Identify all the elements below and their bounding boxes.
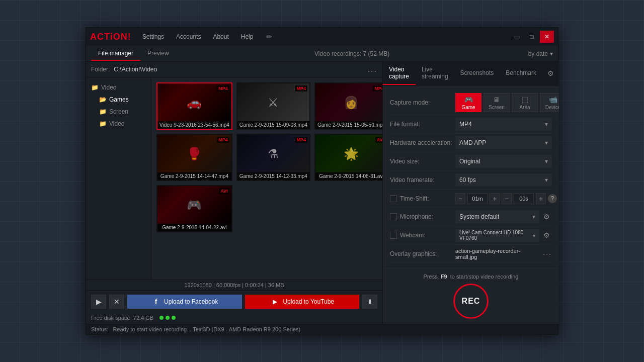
controls-bar: ▶ ✕ f Upload to Facebook ▶ Upload to You… [86,290,382,313]
accounts-menu[interactable]: Accounts [171,31,206,42]
mode-area-button[interactable]: ⬚ Area [512,93,538,112]
help-menu[interactable]: Help [236,31,259,42]
settings-gear-icon[interactable]: ⚙ [542,65,559,81]
file-grid: 🚗 MP4 Video 9-23-2016 23-54-56.mp4 ⚔ MP4… [151,77,382,280]
folder-more-button[interactable]: ... [368,65,377,74]
minimize-button[interactable]: — [510,31,524,43]
webcam-checkbox[interactable] [390,232,397,239]
disk-value: 72.4 GB [133,315,153,321]
file-thumb-2[interactable]: ⚔ MP4 Game 2-9-2015 15-09-03.mp4 [236,82,310,130]
tree-item-video2[interactable]: 📁 Video [94,118,151,130]
title-nav: Settings Accounts About Help [137,31,259,42]
file-thumb-1[interactable]: 🚗 MP4 Video 9-23-2016 23-54-56.mp4 [156,82,232,130]
window-controls: — □ ✕ [510,31,554,43]
sort-button[interactable]: by date ▾ [528,50,553,57]
timeshift-sec-minus[interactable]: − [502,193,512,204]
tab-video-capture[interactable]: Video capture [383,62,416,85]
file-thumb-4[interactable]: 🥊 MP4 Game 2-9-2015 14-14-47.mp4 [156,134,232,181]
main-tab-bar: File manager Preview Video recordings: 7… [86,46,558,62]
file-format-select[interactable]: MP4 [455,118,552,131]
mode-screen-button[interactable]: 🖥 Screen [484,93,510,112]
webcam-gear-icon[interactable]: ⚙ [541,231,552,239]
rec-button[interactable]: REC [453,284,489,319]
screen-mode-label: Screen [489,105,505,110]
upload-youtube-button[interactable]: ▶ Upload to YouTube [245,295,360,309]
video-size-select[interactable]: Original [455,155,552,168]
timeshift-min-value: 01m [467,193,488,204]
folder-icon: 📁 [91,84,98,91]
hw-accel-value: AMD APP [455,136,552,149]
file-thumb-7[interactable]: 🎮 AVI Game 2-9-2015 14-04-22.avi [156,185,232,232]
sort-label: by date [528,50,548,57]
microphone-label: Microphone: [400,213,433,220]
overlay-more-button[interactable]: ··· [543,250,552,258]
screen-mode-icon: 🖥 [493,96,500,104]
thumb-image: 🥊 MP4 [157,135,231,172]
content-area: 📁 Video 📂 Games 📁 Screen [86,77,382,280]
tab-file-manager[interactable]: File manager [91,47,140,61]
maximize-button[interactable]: □ [525,31,539,43]
tab-screenshots[interactable]: Screenshots [454,65,500,81]
timeshift-sec-plus[interactable]: + [536,193,546,204]
play-button[interactable]: ▶ [91,295,106,309]
timeshift-min-plus[interactable]: + [490,193,500,204]
settings-menu[interactable]: Settings [137,31,169,42]
video-framerate-select[interactable]: 60 fps [455,173,552,187]
hotkey-badge: F9 [441,274,447,280]
file-thumb-6[interactable]: 🌟 AVI Game 2-9-2015 14-08-31.avi [314,134,382,181]
dot-green2 [166,316,170,320]
upload-facebook-button[interactable]: f Upload to Facebook [127,295,242,309]
right-tab-bar: Video capture Live streaming Screenshots… [383,62,559,85]
webcam-checkbox-label[interactable]: Webcam: [390,232,455,239]
mode-game-button[interactable]: 🎮 Game [455,93,481,112]
folder-open-icon: 📂 [99,96,106,103]
right-panel: Video capture Live streaming Screenshots… [383,62,559,324]
microphone-checkbox[interactable] [390,213,397,220]
sort-chevron-icon: ▾ [550,50,553,57]
webcam-selected: Live! Cam Connect HD 1080 VF0760 [459,230,533,241]
hw-accel-select[interactable]: AMD APP [455,136,552,149]
tab-preview[interactable]: Preview [140,47,176,61]
tab-benchmark[interactable]: Benchmark [500,65,542,81]
microphone-gear-icon[interactable]: ⚙ [541,213,552,221]
overlay-label: Overlay graphics: [390,250,455,257]
timeshift-checkbox[interactable] [390,195,397,202]
overlay-filename: action-gameplay-recorder-small.jpg [455,248,541,260]
tree-item-video[interactable]: 📁 Video [86,81,151,94]
upload-more-button[interactable]: ⬇ [362,295,377,309]
disk-indicator [159,316,176,320]
tab-live-streaming[interactable]: Live streaming [416,62,454,85]
about-menu[interactable]: About [208,31,233,42]
thumb-image: 🌟 AVI [315,135,382,172]
press-text: Press [424,274,438,280]
facebook-icon: f [151,297,161,307]
microphone-label-wrap: Microphone: [390,213,455,220]
thumb-image: ⚗ MP4 [237,135,309,172]
folder-path: C:\Action!\Video [114,66,157,73]
recordings-info: Video recordings: 7 (52 MB) [176,50,528,57]
timeshift-controls: − 01m + − 00s + ? [455,193,557,204]
tree-label-video: Video [101,84,116,91]
delete-button[interactable]: ✕ [109,295,124,309]
disk-info: Free disk space 72.4 GB [86,313,382,324]
tree-item-games[interactable]: 📂 Games [94,94,151,106]
microphone-select[interactable]: System default [455,210,539,223]
dot-green [159,316,164,320]
video-size-selected: Original [459,158,480,165]
mode-device-button[interactable]: 📹 Device [540,93,559,112]
thumb-image: 👩 MP4 [315,83,382,121]
app-logo: ACTiON! [90,32,131,42]
microphone-checkbox-label[interactable]: Microphone: [390,213,455,220]
file-thumb-5[interactable]: ⚗ MP4 Game 2-9-2015 14-12-33.mp4 [236,134,310,181]
tree-label-games: Games [109,96,129,103]
file-thumb-3[interactable]: 👩 MP4 Game 2-9-2015 15-05-50.mp4 [314,82,382,130]
tree-item-screen[interactable]: 📁 Screen [94,106,151,118]
pen-icon[interactable]: ✏ [266,33,272,41]
close-button[interactable]: ✕ [540,31,554,43]
timeshift-checkbox-label[interactable]: Time-Shift: [390,195,455,202]
folder-bar: Folder: C:\Action!\Video ... [86,62,382,77]
webcam-select[interactable]: Live! Cam Connect HD 1080 VF0760 [455,229,539,242]
timeshift-help-icon[interactable]: ? [548,194,557,203]
timeshift-min-minus[interactable]: − [455,193,465,204]
video-framerate-row: Video framerate: 60 fps [390,171,552,190]
